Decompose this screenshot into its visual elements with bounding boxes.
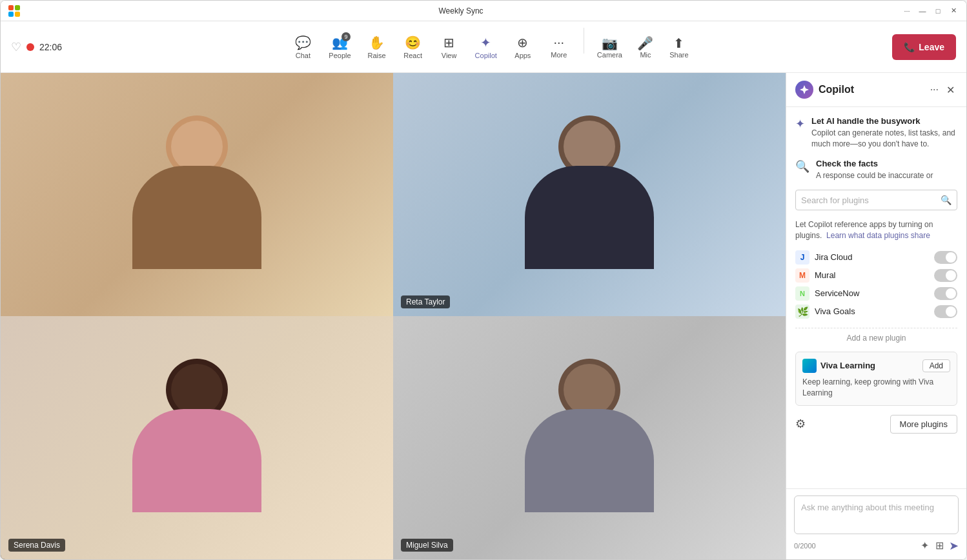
- participant-3-body: [132, 409, 261, 512]
- chat-button[interactable]: 💬 Chat: [286, 28, 320, 66]
- participant-2-head: [564, 121, 615, 172]
- copilot-title: Copilot: [819, 84, 928, 95]
- title-bar: Weekly Sync ··· — □ ✕: [1, 1, 966, 21]
- logo-sq-red: [8, 5, 14, 10]
- name-tag-reta: Reta Taylor: [401, 295, 450, 308]
- name-tag-miguel: Miguel Silva: [401, 539, 453, 552]
- jira-toggle[interactable]: [934, 251, 957, 264]
- copilot-input[interactable]: [801, 503, 952, 512]
- jira-name: Jira Cloud: [815, 252, 929, 262]
- name-tag-serena: Serena Davis: [8, 539, 65, 552]
- settings-icon[interactable]: ⚙: [795, 417, 806, 431]
- view-button[interactable]: ⊞ View: [433, 28, 466, 66]
- window-controls: ··· — □ ✕: [902, 6, 959, 16]
- share-label: Share: [669, 51, 688, 59]
- feature-facts-text: Check the facts A response could be inac…: [816, 159, 933, 181]
- app-window: Weekly Sync ··· — □ ✕ ♡ 22:06 💬 Chat 👥: [0, 0, 967, 560]
- meeting-toolbar: ♡ 22:06 💬 Chat 👥 9 People ✋ Raise: [1, 21, 966, 73]
- people-count: 9: [341, 32, 351, 41]
- sparkle-input-button[interactable]: ✦: [919, 538, 930, 553]
- copilot-label: Copilot: [475, 52, 497, 59]
- close-button[interactable]: ✕: [948, 6, 959, 16]
- maximize-button[interactable]: □: [933, 6, 943, 16]
- leave-label: Leave: [919, 42, 944, 52]
- copilot-body: ✦ Let AI handle the busywork Copilot can…: [786, 107, 966, 488]
- more-button[interactable]: ···: [902, 6, 912, 16]
- vivagoals-logo: 🌿: [795, 305, 809, 319]
- mural-icon: M: [799, 271, 806, 280]
- viva-learning-card: Viva Learning Add Keep learning, keep gr…: [795, 352, 957, 406]
- sparkle-icon: ✦: [795, 117, 805, 131]
- apps-icon: ⊕: [517, 35, 528, 50]
- apps-button[interactable]: ⊕ Apps: [506, 28, 540, 66]
- search-icon: 🔍: [941, 195, 952, 205]
- video-grid: Reta Taylor Serena Davis: [1, 73, 786, 559]
- mural-name: Mural: [815, 270, 929, 280]
- minimize-button[interactable]: —: [917, 6, 928, 16]
- copilot-close-button[interactable]: ✕: [944, 83, 957, 97]
- copilot-button[interactable]: ✦ Copilot: [469, 28, 504, 66]
- participant-1-shape: [132, 121, 261, 269]
- record-dot: [26, 43, 34, 51]
- add-plugin-label: Add a new plugin: [846, 334, 906, 343]
- feature-facts: 🔍 Check the facts A response could be in…: [795, 159, 957, 181]
- raise-button[interactable]: ✋ Raise: [360, 28, 394, 66]
- share-button[interactable]: ⬆ Share: [664, 28, 695, 66]
- grid-input-button[interactable]: ⊞: [934, 538, 945, 553]
- viva-learning-name: Viva Learning: [820, 361, 919, 370]
- search-fact-icon: 🔍: [795, 159, 809, 174]
- viva-add-button[interactable]: Add: [922, 359, 950, 372]
- logo-sq-green: [15, 5, 20, 10]
- call-timer: 22:06: [39, 42, 62, 52]
- video-cell-3: Serena Davis: [1, 316, 393, 559]
- mural-logo: M: [795, 268, 809, 283]
- add-plugin-divider: Add a new plugin: [795, 328, 957, 343]
- vivagoals-toggle[interactable]: [934, 305, 957, 318]
- mural-toggle[interactable]: [934, 269, 957, 282]
- input-actions: ✦ ⊞ ➤: [919, 538, 959, 553]
- people-button[interactable]: 👥 9 People: [322, 28, 357, 66]
- copilot-more-button[interactable]: ···: [928, 83, 941, 97]
- plugins-hint: Let Copilot reference apps by turning on…: [795, 219, 957, 241]
- raise-label: Raise: [368, 52, 386, 59]
- plugin-search-bar[interactable]: 🔍: [795, 190, 957, 210]
- participant-4-shape: [525, 364, 654, 512]
- plugin-mural: M Mural: [795, 268, 957, 283]
- copilot-panel: Copilot ··· ✕ ✦ Let AI handle the busywo…: [786, 73, 966, 559]
- react-label: React: [403, 52, 422, 59]
- send-button[interactable]: ➤: [949, 539, 959, 553]
- participant-4-head: [564, 364, 615, 415]
- input-footer: 0/2000 ✦ ⊞ ➤: [794, 538, 959, 553]
- vivagoals-name: Viva Goals: [815, 306, 929, 316]
- copilot-input-area: 0/2000 ✦ ⊞ ➤: [786, 488, 966, 559]
- more-plugins-row: ⚙ More plugins: [795, 415, 957, 434]
- camera-label: Camera: [597, 51, 622, 59]
- plugins-learn-link[interactable]: Learn what data plugins share: [826, 231, 930, 240]
- people-label: People: [329, 52, 351, 59]
- jira-logo: J: [795, 250, 809, 265]
- servicenow-toggle[interactable]: [934, 287, 957, 300]
- camera-icon: 📷: [602, 35, 618, 51]
- participant-3-head: [171, 364, 223, 415]
- heart-icon[interactable]: ♡: [11, 40, 21, 54]
- plugin-vivagoals: 🌿 Viva Goals: [795, 305, 957, 319]
- video-cell-4: Miguel Silva: [393, 316, 786, 559]
- feature-busywork-desc: Copilot can generate notes, list tasks, …: [811, 128, 957, 150]
- feature-facts-desc: A response could be inaccurate or: [816, 170, 933, 181]
- logo-sq-blue: [8, 12, 14, 17]
- camera-button[interactable]: 📷 Camera: [592, 28, 627, 66]
- share-icon: ⬆: [673, 35, 684, 51]
- participant-1-video: [1, 73, 393, 316]
- view-label: View: [442, 52, 457, 59]
- more-label: More: [551, 51, 567, 59]
- plugin-search-input[interactable]: [801, 195, 941, 205]
- copilot-header: Copilot ··· ✕: [786, 73, 966, 107]
- leave-button[interactable]: 📞 Leave: [892, 34, 956, 60]
- more-options-button[interactable]: ··· More: [542, 28, 576, 66]
- react-button[interactable]: 😊 React: [396, 28, 430, 66]
- content-area: Reta Taylor Serena Davis: [1, 73, 966, 559]
- mic-button[interactable]: 🎤 Mic: [630, 28, 661, 66]
- more-plugins-button[interactable]: More plugins: [890, 415, 957, 434]
- participant-3-shape: [132, 364, 261, 512]
- servicenow-name: ServiceNow: [815, 288, 929, 298]
